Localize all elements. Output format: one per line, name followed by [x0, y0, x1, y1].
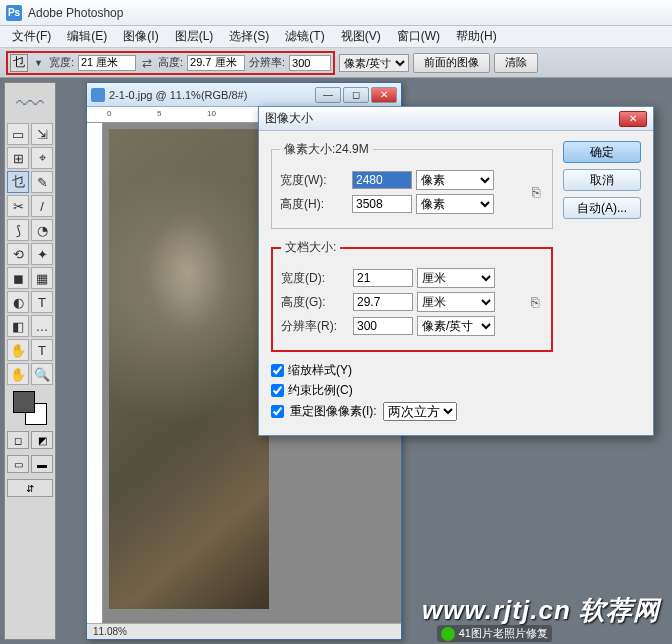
tool-slice[interactable]: ✎ — [31, 171, 53, 193]
pixel-dimensions-legend: 像素大小:24.9M — [280, 141, 373, 158]
tool-preset-dropdown[interactable]: ▼ — [32, 58, 45, 68]
tool-pen[interactable]: ◧ — [7, 315, 29, 337]
tool-grid: ▭ ⇲ ⊞ ⌖ 乜 ✎ ✂ / ⟆ ◔ ⟲ ✦ ◼ ▦ ◐ T ◧ … ✋ T … — [7, 123, 53, 385]
tool-blur[interactable]: ◼ — [7, 267, 29, 289]
opt-height-input[interactable] — [187, 55, 245, 71]
constrain-checkbox[interactable] — [271, 384, 284, 397]
constrain-label: 约束比例(C) — [288, 382, 353, 399]
quickmask-mode-button[interactable]: ◩ — [31, 431, 53, 449]
tool-eyedropper[interactable]: T — [31, 339, 53, 361]
scale-styles-label: 缩放样式(Y) — [288, 362, 352, 379]
menu-layer[interactable]: 图层(L) — [167, 26, 222, 47]
color-swatch[interactable] — [13, 391, 47, 425]
screen-mode-2[interactable]: ▬ — [31, 455, 53, 473]
doc-width-unit[interactable]: 厘米 — [417, 268, 495, 288]
tool-type[interactable]: T — [31, 291, 53, 313]
resample-method-select[interactable]: 两次立方 — [383, 402, 457, 421]
document-title: 2-1-0.jpg @ 11.1%(RGB/8#) — [109, 89, 247, 101]
tool-gradient[interactable]: ✦ — [31, 243, 53, 265]
options-bar: 乜 ▼ 宽度: ⇄ 高度: 分辨率: 像素/英寸 前面的图像 清除 — [0, 48, 672, 78]
menu-view[interactable]: 视图(V) — [333, 26, 389, 47]
opt-res-label: 分辨率: — [249, 55, 285, 70]
screen-mode-1[interactable]: ▭ — [7, 455, 29, 473]
auto-button[interactable]: 自动(A)... — [563, 197, 641, 219]
opt-width-label: 宽度: — [49, 55, 74, 70]
wechat-tag: 41图片老照片修复 — [437, 625, 552, 642]
doc-res-input[interactable] — [353, 317, 413, 335]
tool-history-brush[interactable]: ◔ — [31, 219, 53, 241]
px-height-unit[interactable]: 像素 — [416, 194, 494, 214]
photo-content — [109, 129, 269, 609]
image-size-dialog: 图像大小 ✕ 像素大小:24.9M 宽度(W): 像素 — [258, 106, 654, 436]
tool-eraser[interactable]: ⟲ — [7, 243, 29, 265]
jump-to-button[interactable]: ⇵ — [7, 479, 53, 497]
doc-close-button[interactable]: ✕ — [371, 87, 397, 103]
wechat-icon — [441, 627, 455, 641]
doc-width-input[interactable] — [353, 269, 413, 287]
doc-height-label: 高度(G): — [281, 294, 349, 311]
menu-edit[interactable]: 编辑(E) — [59, 26, 115, 47]
px-width-input[interactable] — [352, 171, 412, 189]
swap-dimensions-icon[interactable]: ⇄ — [140, 56, 154, 70]
dialog-titlebar[interactable]: 图像大小 ✕ — [259, 107, 653, 131]
menu-window[interactable]: 窗口(W) — [389, 26, 448, 47]
tool-marquee[interactable]: ▭ — [7, 123, 29, 145]
menu-filter[interactable]: 滤镜(T) — [277, 26, 332, 47]
tool-healing[interactable]: ✂ — [7, 195, 29, 217]
crop-tool-icon[interactable]: 乜 — [10, 54, 28, 72]
doc-link-icon[interactable]: ⎘ — [527, 294, 543, 310]
opt-width-input[interactable] — [78, 55, 136, 71]
crop-options-highlight: 乜 ▼ 宽度: ⇄ 高度: 分辨率: — [6, 51, 335, 75]
resample-label: 重定图像像素(I): — [290, 403, 377, 420]
opt-res-unit-select[interactable]: 像素/英寸 — [339, 54, 409, 72]
workspace: 〰 ▭ ⇲ ⊞ ⌖ 乜 ✎ ✂ / ⟆ ◔ ⟲ ✦ ◼ ▦ ◐ T ◧ … ✋ … — [0, 78, 672, 644]
opt-height-label: 高度: — [158, 55, 183, 70]
tool-notes[interactable]: ✋ — [7, 339, 29, 361]
px-width-label: 宽度(W): — [280, 172, 348, 189]
dialog-close-button[interactable]: ✕ — [619, 111, 647, 127]
tool-palette: 〰 ▭ ⇲ ⊞ ⌖ 乜 ✎ ✂ / ⟆ ◔ ⟲ ✦ ◼ ▦ ◐ T ◧ … ✋ … — [4, 82, 56, 640]
px-height-input[interactable] — [352, 195, 412, 213]
ok-button[interactable]: 确定 — [563, 141, 641, 163]
ruler-vertical[interactable] — [87, 123, 103, 623]
menu-file[interactable]: 文件(F) — [4, 26, 59, 47]
tool-wand[interactable]: ⌖ — [31, 147, 53, 169]
opt-res-input[interactable] — [289, 55, 331, 71]
resample-checkbox[interactable] — [271, 405, 284, 418]
pixel-dimensions-fieldset: 像素大小:24.9M 宽度(W): 像素 高度(H): 像素 — [271, 141, 553, 229]
doc-res-unit[interactable]: 像素/英寸 — [417, 316, 495, 336]
clear-button[interactable]: 清除 — [494, 53, 538, 73]
doc-height-unit[interactable]: 厘米 — [417, 292, 495, 312]
px-link-icon[interactable]: ⎘ — [528, 184, 544, 200]
document-size-legend: 文档大小: — [281, 239, 340, 256]
front-image-button[interactable]: 前面的图像 — [413, 53, 490, 73]
zoom-level[interactable]: 11.08% — [93, 626, 127, 637]
doc-maximize-button[interactable]: ◻ — [343, 87, 369, 103]
menu-select[interactable]: 选择(S) — [221, 26, 277, 47]
tool-zoom[interactable]: 🔍 — [31, 363, 53, 385]
px-width-unit[interactable]: 像素 — [416, 170, 494, 190]
document-titlebar[interactable]: 2-1-0.jpg @ 11.1%(RGB/8#) — ◻ ✕ — [87, 83, 401, 107]
foreground-color[interactable] — [13, 391, 35, 413]
tool-shape[interactable]: … — [31, 315, 53, 337]
standard-mode-button[interactable]: ◻ — [7, 431, 29, 449]
menu-help[interactable]: 帮助(H) — [448, 26, 505, 47]
tool-move[interactable]: ⇲ — [31, 123, 53, 145]
tool-lasso[interactable]: ⊞ — [7, 147, 29, 169]
document-icon — [91, 88, 105, 102]
app-title: Adobe Photoshop — [28, 6, 123, 20]
tool-dodge[interactable]: ▦ — [31, 267, 53, 289]
px-height-label: 高度(H): — [280, 196, 348, 213]
menu-image[interactable]: 图像(I) — [115, 26, 166, 47]
menubar: 文件(F) 编辑(E) 图像(I) 图层(L) 选择(S) 滤镜(T) 视图(V… — [0, 26, 672, 48]
doc-height-input[interactable] — [353, 293, 413, 311]
tool-hand[interactable]: ✋ — [7, 363, 29, 385]
doc-minimize-button[interactable]: — — [315, 87, 341, 103]
scale-styles-checkbox[interactable] — [271, 364, 284, 377]
tool-stamp[interactable]: ⟆ — [7, 219, 29, 241]
cancel-button[interactable]: 取消 — [563, 169, 641, 191]
tool-path[interactable]: ◐ — [7, 291, 29, 313]
tool-crop[interactable]: 乜 — [7, 171, 29, 193]
tool-brush[interactable]: / — [31, 195, 53, 217]
document-statusbar: 11.08% — [87, 623, 401, 639]
